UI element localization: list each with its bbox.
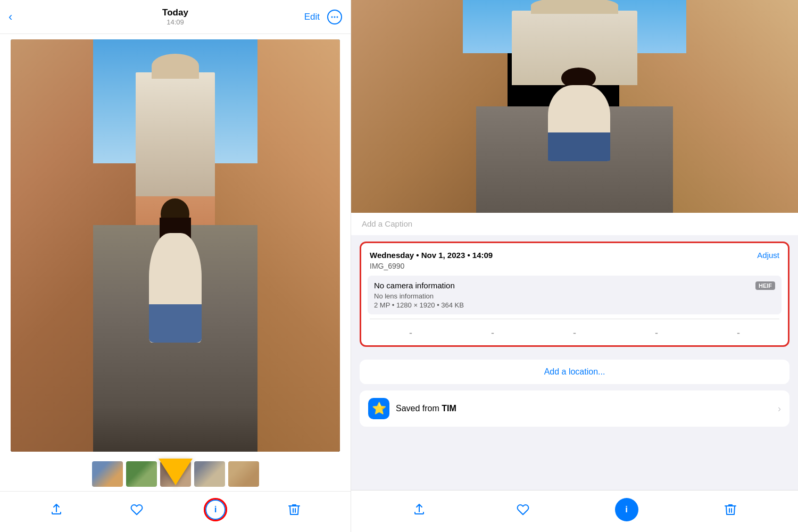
right-panel: Add a Caption Wednesday • Nov 1, 2023 • … (351, 0, 798, 532)
header-title: Today (162, 7, 188, 18)
share-icon (50, 503, 63, 516)
camera-main-row: No camera information HEIF (374, 281, 775, 290)
format-badge: HEIF (755, 281, 775, 290)
saved-from-appname: TIM (442, 404, 456, 413)
right-trash-icon (725, 503, 736, 516)
camera-name: No camera information (374, 281, 455, 290)
header-actions: Edit (304, 10, 342, 24)
svg-point-2 (337, 16, 338, 18)
right-bottom-toolbar: i (351, 490, 798, 532)
dash-3: - (573, 328, 576, 339)
trash-icon (288, 503, 300, 516)
share-button[interactable] (45, 498, 68, 521)
dash-1: - (409, 328, 412, 339)
ellipsis-icon (331, 13, 338, 21)
thumbnail-2[interactable] (126, 461, 157, 487)
lens-info: No lens information (374, 292, 775, 300)
dashes-row: - - - - - (361, 323, 788, 345)
chevron-right-icon: › (778, 403, 781, 414)
separator (370, 319, 779, 319)
header-subtitle: 14:09 (162, 18, 188, 26)
thumbnail-1[interactable] (92, 461, 123, 487)
more-button[interactable] (327, 10, 342, 24)
thumbnail-4[interactable] (194, 461, 225, 487)
info-card-header: Wednesday • Nov 1, 2023 • 14:09 Adjust (361, 243, 788, 262)
saved-from-row[interactable]: ⭐ Saved from TIM › (360, 390, 789, 427)
back-button[interactable]: ‹ (9, 10, 12, 24)
app-icon: ⭐ (368, 398, 389, 419)
caption-placeholder: Add a Caption (362, 219, 412, 228)
left-header: ‹ Today 14:09 Edit (0, 0, 351, 34)
info-icon: i (214, 504, 217, 515)
right-info-button[interactable]: i (615, 498, 638, 521)
photo-datetime: Wednesday • Nov 1, 2023 • 14:09 (370, 251, 493, 260)
right-like-button[interactable] (511, 498, 535, 521)
left-bottom-toolbar: i (0, 491, 351, 532)
adjust-button[interactable]: Adjust (757, 251, 779, 260)
svg-point-1 (334, 16, 336, 18)
caption-area[interactable]: Add a Caption (351, 213, 798, 235)
header-title-area: Today 14:09 (162, 7, 188, 26)
add-location-label: Add a location... (544, 367, 605, 376)
dash-4: - (655, 328, 658, 339)
info-card: Wednesday • Nov 1, 2023 • 14:09 Adjust I… (360, 242, 789, 347)
info-button[interactable]: i (205, 500, 226, 520)
add-location-button[interactable]: Add a location... (360, 360, 789, 384)
left-panel: ‹ Today 14:09 Edit (0, 0, 351, 532)
dimensions-info: 2 MP • 1280 × 1920 • 364 KB (374, 301, 775, 309)
right-heart-icon (517, 503, 529, 516)
right-delete-button[interactable] (719, 498, 742, 521)
like-button[interactable] (125, 498, 148, 521)
thumbnail-5[interactable] (228, 461, 259, 487)
svg-point-0 (331, 16, 333, 18)
photo-filename: IMG_6990 (361, 262, 788, 276)
heart-icon (130, 503, 143, 516)
right-share-button[interactable] (408, 498, 431, 521)
star-icon: ⭐ (372, 402, 386, 415)
main-photo (11, 39, 340, 452)
right-photo (351, 0, 798, 213)
saved-from-prefix: Saved from (396, 404, 442, 413)
arrow-indicator (159, 459, 193, 485)
saved-from-text: Saved from TIM (396, 404, 771, 413)
edit-button[interactable]: Edit (304, 12, 320, 22)
dash-2: - (491, 328, 494, 339)
dash-5: - (737, 328, 740, 339)
delete-button[interactable] (282, 498, 306, 521)
right-share-icon (413, 503, 426, 516)
camera-info-row: No camera information HEIF No lens infor… (368, 276, 782, 314)
right-info-icon: i (625, 504, 628, 515)
